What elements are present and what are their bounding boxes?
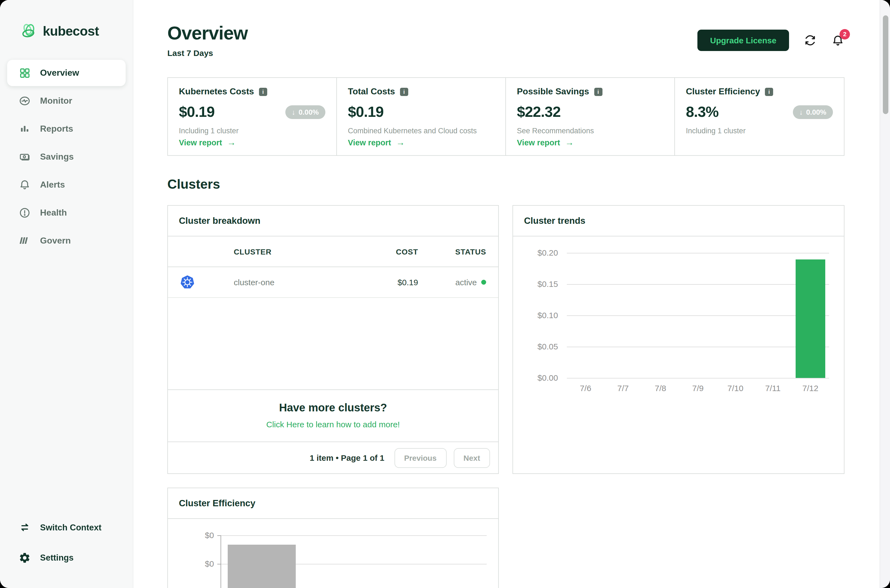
stat-subtext: Combined Kubernetes and Cloud costs — [348, 127, 494, 135]
kubernetes-icon — [180, 275, 195, 290]
sidebar-item-alerts[interactable]: Alerts — [7, 172, 126, 198]
y-tick-label: $0.00 — [519, 373, 558, 382]
y-axis-tick — [217, 536, 221, 536]
refresh-icon — [804, 40, 816, 48]
info-icon[interactable]: i — [765, 88, 773, 96]
x-tick-label: 7/7 — [605, 384, 642, 393]
add-clusters-link[interactable]: Click Here to learn how to add more! — [168, 420, 498, 429]
main-content: Overview Last 7 Days Upgrade License — [134, 0, 890, 588]
notifications-button[interactable]: 2 — [831, 34, 845, 47]
view-report-link[interactable]: View report→ — [348, 138, 494, 148]
info-icon[interactable]: i — [259, 88, 267, 96]
scrollbar-thumb[interactable] — [882, 15, 888, 114]
cluster-efficiency-panel: Cluster Efficiency $0$0 — [167, 488, 499, 588]
banknote-icon — [19, 151, 31, 163]
stat-title: Kubernetes Costs — [179, 87, 254, 97]
delta-pill: ↓0.00% — [792, 106, 833, 119]
y-gridline — [567, 284, 829, 285]
stat-title: Possible Savings — [517, 87, 589, 97]
column-header-status: STATUS — [422, 248, 498, 256]
kubecost-logo-icon — [21, 23, 37, 39]
x-tick-label: 7/11 — [754, 384, 792, 393]
column-header-cluster: CLUSTER — [206, 248, 339, 256]
sidebar-item-savings[interactable]: Savings — [7, 144, 126, 170]
info-icon[interactable]: i — [400, 88, 408, 96]
refresh-button[interactable] — [804, 34, 816, 46]
arrow-right-icon: → — [396, 138, 405, 148]
arrow-down-icon: ↓ — [292, 108, 295, 117]
delta-pill: ↓0.00% — [285, 106, 326, 119]
trends-bar — [795, 260, 825, 378]
y-gridline — [567, 253, 829, 254]
sidebar-item-label: Govern — [40, 236, 71, 246]
scrollbar-track[interactable] — [879, 0, 890, 588]
alert-circle-icon — [19, 207, 31, 219]
cluster-trends-chart: $0.20$0.15$0.10$0.05$0.007/67/77/87/97/1… — [513, 237, 844, 474]
y-axis-tick — [217, 564, 221, 565]
bar-chart-icon — [19, 123, 31, 135]
arrow-down-icon: ↓ — [799, 108, 803, 117]
switch-context-button[interactable]: Switch Context — [7, 513, 126, 542]
sidebar-item-overview[interactable]: Overview — [7, 60, 126, 86]
sidebar-item-govern[interactable]: Govern — [7, 228, 126, 254]
sidebar-item-health[interactable]: Health — [7, 200, 126, 226]
x-tick-label: 7/6 — [567, 384, 605, 393]
sidebar-item-label: Reports — [40, 124, 73, 134]
sidebar-footer: Switch Context Settings — [0, 512, 133, 588]
sidebar-item-monitor[interactable]: Monitor — [7, 88, 126, 114]
efficiency-bar — [228, 545, 296, 588]
cluster-breakdown-panel: Cluster breakdown CLUSTER COST STATUS — [167, 206, 499, 474]
table-row[interactable]: cluster-one $0.19 active — [168, 267, 498, 298]
upgrade-license-button[interactable]: Upgrade License — [697, 30, 789, 51]
flags-icon — [19, 235, 31, 247]
sidebar: kubecost Overview Mo — [0, 0, 134, 588]
stat-card-total-costs: Total Costs i $0.19 Combined Kubernetes … — [337, 78, 506, 156]
promo-title: Have more clusters? — [168, 402, 498, 414]
view-report-link[interactable]: View report→ — [179, 138, 326, 148]
stat-value: 8.3% — [686, 104, 719, 121]
y-tick-label: $0.05 — [519, 342, 558, 351]
previous-page-button[interactable]: Previous — [394, 448, 446, 468]
sidebar-item-label: Savings — [40, 152, 74, 162]
y-tick-label: $0.15 — [519, 279, 558, 289]
cluster-efficiency-chart: $0$0 — [168, 519, 498, 588]
cluster-efficiency-title: Cluster Efficiency — [168, 489, 498, 519]
settings-label: Settings — [40, 553, 74, 563]
cluster-trends-panel: Cluster trends $0.20$0.15$0.10$0.05$0.00… — [512, 206, 845, 474]
x-tick-label: 7/10 — [717, 384, 754, 393]
y-tick-label: $0 — [176, 559, 214, 568]
app-window: kubecost Overview Mo — [0, 0, 890, 588]
table-empty-space — [168, 298, 498, 390]
scale-wrapper: kubecost Overview Mo — [0, 0, 890, 588]
next-page-button[interactable]: Next — [453, 448, 490, 468]
info-icon[interactable]: i — [594, 88, 602, 96]
date-range-label: Last 7 Days — [167, 48, 248, 58]
x-tick-label: 7/9 — [679, 384, 717, 393]
page-title: Overview — [167, 23, 248, 44]
settings-button[interactable]: Settings — [7, 544, 126, 572]
pagination-summary: 1 item • Page 1 of 1 — [310, 453, 384, 463]
y-tick-label: $0 — [176, 531, 214, 540]
stat-card-cluster-efficiency: Cluster Efficiency i 8.3% ↓0.00% Includi… — [675, 78, 844, 156]
pagination-bar: 1 item • Page 1 of 1 Previous Next — [168, 442, 498, 474]
efficiency-plot: $0$0 — [168, 519, 499, 588]
stat-value: $0.19 — [348, 104, 384, 121]
status-dot — [481, 280, 486, 285]
view-report-link[interactable]: View report→ — [517, 138, 663, 148]
kubecost-logo[interactable]: kubecost — [21, 23, 133, 39]
table-header-row: CLUSTER COST STATUS — [168, 237, 498, 267]
switch-arrows-icon — [19, 522, 31, 534]
cluster-cost: $0.19 — [339, 278, 422, 287]
sidebar-item-reports[interactable]: Reports — [7, 116, 126, 142]
arrow-right-icon: → — [565, 138, 574, 148]
notification-bell-icon — [831, 40, 845, 48]
sidebar-item-label: Monitor — [40, 96, 72, 106]
view-report-placeholder — [686, 138, 833, 148]
brand-name: kubecost — [43, 24, 99, 39]
y-gridline — [567, 378, 829, 379]
bell-icon — [19, 179, 31, 191]
stat-value: $0.19 — [179, 104, 215, 121]
stat-subtext: Including 1 cluster — [686, 127, 833, 135]
sidebar-nav: Overview Monitor — [0, 58, 133, 256]
stat-title: Total Costs — [348, 87, 395, 97]
